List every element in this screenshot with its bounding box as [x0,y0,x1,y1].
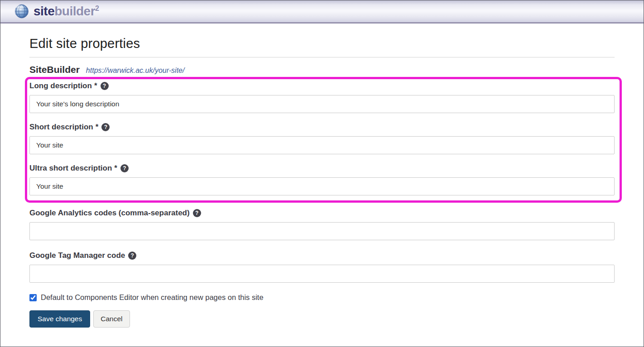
field-long-description: Long description * ? [29,81,615,113]
globe-icon [14,4,29,19]
app-header: sitebuilder2 [0,0,644,24]
field-short-description: Short description * ? [29,123,615,154]
help-icon[interactable]: ? [101,82,109,90]
field-google-analytics: Google Analytics codes (comma-separated)… [29,209,615,240]
google-analytics-label-text: Google Analytics codes (comma-separated) [29,209,190,218]
ultra-short-description-label: Ultra short description * ? [29,164,615,173]
help-icon[interactable]: ? [193,209,201,217]
components-editor-checkbox[interactable] [29,294,37,301]
google-analytics-input[interactable] [29,222,615,240]
sitebuilder-logo[interactable]: sitebuilder2 [14,4,99,19]
save-button[interactable]: Save changes [29,310,90,328]
highlight-annotation-box: Long description * ? Short description *… [25,77,622,203]
google-analytics-label: Google Analytics codes (comma-separated)… [29,209,615,218]
google-tag-manager-label-text: Google Tag Manager code [29,251,125,260]
help-icon[interactable]: ? [120,164,129,172]
cancel-button[interactable]: Cancel [93,310,130,328]
site-name-label: SiteBuilder [29,64,80,75]
long-description-label: Long description * ? [29,81,615,90]
main-content: Edit site properties SiteBuilder https:/… [29,36,615,328]
site-url-link[interactable]: https://warwick.ac.uk/your-site/ [86,67,185,75]
long-description-input[interactable] [29,95,615,113]
logo-text-site: site [34,4,54,18]
short-description-label: Short description * ? [29,123,615,132]
logo-text: sitebuilder2 [34,5,99,18]
short-description-label-text: Short description [29,123,93,132]
components-editor-checkbox-label[interactable]: Default to Components Editor when creati… [41,293,264,302]
button-row: Save changes Cancel [29,310,615,328]
title-divider [29,57,615,57]
required-mark: * [94,81,97,90]
short-description-input[interactable] [29,136,615,154]
help-icon[interactable]: ? [101,123,110,131]
components-editor-checkbox-row: Default to Components Editor when creati… [29,293,615,302]
page-title: Edit site properties [29,36,615,51]
field-ultra-short-description: Ultra short description * ? [29,164,615,195]
google-tag-manager-input[interactable] [29,265,615,283]
site-row: SiteBuilder https://warwick.ac.uk/your-s… [29,64,615,75]
required-mark: * [114,164,117,173]
ultra-short-description-input[interactable] [29,177,615,195]
logo-superscript: 2 [95,5,99,12]
google-tag-manager-label: Google Tag Manager code ? [29,251,615,260]
field-google-tag-manager: Google Tag Manager code ? [29,251,615,283]
ultra-short-description-label-text: Ultra short description [29,164,112,173]
help-icon[interactable]: ? [128,252,136,260]
long-description-label-text: Long description [29,81,92,90]
logo-text-builder: builder [54,4,95,18]
required-mark: * [96,123,99,132]
edit-site-properties-page: { "header": { "logo": { "part1": "site",… [0,0,644,347]
